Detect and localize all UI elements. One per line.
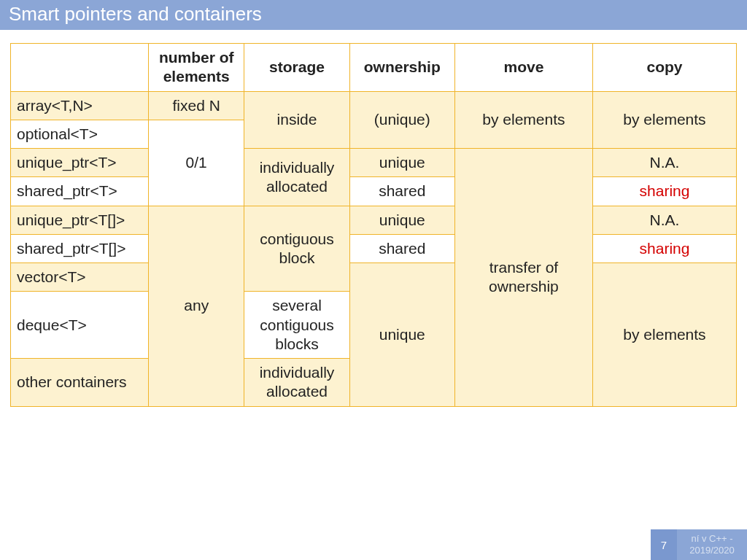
cell-zero-one: 0/1	[149, 120, 244, 206]
row-unique-ptr: unique_ptr<T>	[11, 149, 149, 177]
page-number: 7	[651, 529, 677, 560]
cell-copy-sharing-2: sharing	[592, 234, 736, 262]
cell-move-transfer: transfer of ownership	[454, 149, 592, 407]
cell-ownership-shared-1: shared	[349, 177, 454, 206]
comparison-table: number of elements storage ownership mov…	[10, 43, 737, 407]
footer-text: ní v C++ - 2019/2020	[677, 529, 747, 560]
row-shared-ptr: shared_ptr<T>	[11, 177, 149, 206]
cell-copy-sharing-1: sharing	[592, 177, 736, 206]
header-storage: storage	[244, 44, 349, 92]
header-copy: copy	[592, 44, 736, 92]
slide-title: Smart pointers and containers	[0, 0, 747, 30]
cell-storage-individually-1: individually allocated	[244, 149, 349, 206]
row-unique-ptr-arr: unique_ptr<T[]>	[11, 206, 149, 234]
header-num-elements: number of elements	[149, 44, 244, 92]
slide-content: number of elements storage ownership mov…	[0, 30, 747, 420]
row-shared-ptr-arr: shared_ptr<T[]>	[11, 234, 149, 262]
cell-storage-contiguous: contiguous block	[244, 206, 349, 292]
row-deque: deque<T>	[11, 292, 149, 359]
cell-ownership-unique-paren: (unique)	[349, 91, 454, 149]
footer-line2: 2019/2020	[689, 545, 734, 556]
cell-copy-na-1: N.A.	[592, 149, 736, 177]
cell-copy-na-2: N.A.	[592, 206, 736, 234]
cell-ownership-unique-2: unique	[349, 206, 454, 234]
cell-storage-several: several contiguous blocks	[244, 292, 349, 359]
header-blank	[11, 44, 149, 92]
row-array: array<T,N>	[11, 91, 149, 120]
cell-any: any	[149, 206, 244, 406]
cell-ownership-unique-3: unique	[349, 263, 454, 407]
cell-ownership-unique-1: unique	[349, 149, 454, 177]
row-other: other containers	[11, 359, 149, 407]
cell-copy-by-elements-2: by elements	[592, 263, 736, 407]
cell-storage-individually-2: individually allocated	[244, 359, 349, 407]
cell-storage-inside: inside	[244, 91, 349, 149]
row-optional: optional<T>	[11, 120, 149, 148]
row-vector: vector<T>	[11, 263, 149, 292]
cell-ownership-shared-2: shared	[349, 234, 454, 262]
footer-line1: ní v C++ -	[691, 533, 732, 545]
cell-copy-by-elements-1: by elements	[592, 91, 736, 149]
slide-footer: 7 ní v C++ - 2019/2020	[0, 529, 747, 560]
header-move: move	[454, 44, 592, 92]
header-ownership: ownership	[349, 44, 454, 92]
cell-fixed-n: fixed N	[149, 91, 244, 120]
cell-move-by-elements: by elements	[454, 91, 592, 149]
